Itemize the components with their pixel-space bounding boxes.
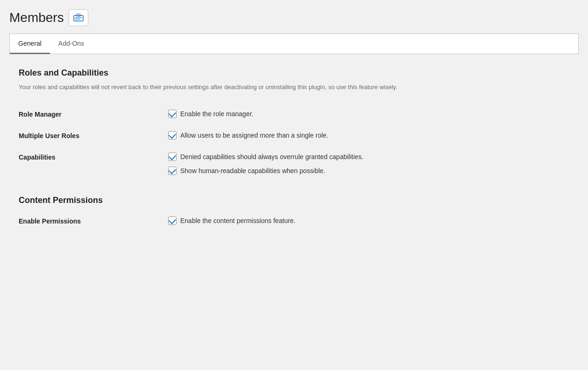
setting-multiple-user-roles: Multiple User Roles Allow users to be as… <box>19 125 569 146</box>
setting-label-enable-permissions: Enable Permissions <box>19 216 168 225</box>
setting-label-capabilities: Capabilities <box>19 153 168 161</box>
checkbox-enable-role-manager[interactable] <box>168 110 177 118</box>
checkbox-row-multiple-user-roles: Allow users to be assigned more than a s… <box>168 131 569 140</box>
checkbox-row-enable-permissions: Enable the content permissions feature. <box>168 216 569 225</box>
checkbox-capabilities-overrule[interactable] <box>168 153 177 161</box>
page-header: Members <box>9 9 579 26</box>
setting-enable-permissions: Enable Permissions Enable the content pe… <box>19 210 569 231</box>
setting-role-manager: Role Manager Enable the role manager. <box>19 103 569 125</box>
setting-label-role-manager: Role Manager <box>19 110 168 118</box>
plugin-icon <box>69 9 88 26</box>
checkbox-multiple-user-roles[interactable] <box>168 131 177 140</box>
section-description-roles: Your roles and capabilities will not rev… <box>19 83 569 92</box>
checkbox-row-role-manager: Enable the role manager. <box>168 110 569 118</box>
setting-control-capabilities: Denied capabilities should always overru… <box>168 153 569 175</box>
tab-addons[interactable]: Add-Ons <box>50 34 92 54</box>
checkbox-enable-permissions[interactable] <box>168 216 177 225</box>
setting-capabilities: Capabilities Denied capabilities should … <box>19 146 569 182</box>
section-title-roles: Roles and Capabilities <box>19 68 569 78</box>
checkbox-label-enable-permissions: Enable the content permissions feature. <box>180 217 296 224</box>
main-content: Roles and Capabilities Your roles and ca… <box>9 54 579 255</box>
checkbox-capabilities-human-readable[interactable] <box>168 167 177 175</box>
page-title: Members <box>9 10 64 25</box>
checkbox-label-role-manager: Enable the role manager. <box>180 110 253 118</box>
setting-label-multiple-user-roles: Multiple User Roles <box>19 131 168 140</box>
tab-general[interactable]: General <box>10 34 50 54</box>
checkbox-label-multiple-user-roles: Allow users to be assigned more than a s… <box>180 132 328 139</box>
checkbox-row-capabilities-overrule: Denied capabilities should always overru… <box>168 153 569 161</box>
tabs-container: General Add-Ons <box>9 34 579 54</box>
checkbox-label-capabilities-overrule: Denied capabilities should always overru… <box>180 153 363 161</box>
setting-control-enable-permissions: Enable the content permissions feature. <box>168 216 569 225</box>
checkbox-label-capabilities-human-readable: Show human-readable capabilities when po… <box>180 167 326 175</box>
checkbox-row-capabilities-human-readable: Show human-readable capabilities when po… <box>168 167 569 175</box>
section-content-permissions: Content Permissions Enable Permissions E… <box>19 195 569 231</box>
section-title-content-permissions: Content Permissions <box>19 195 569 205</box>
setting-control-role-manager: Enable the role manager. <box>168 110 569 118</box>
section-roles-capabilities: Roles and Capabilities Your roles and ca… <box>19 68 569 182</box>
setting-control-multiple-user-roles: Allow users to be assigned more than a s… <box>168 131 569 140</box>
tabs-nav: General Add-Ons <box>10 34 578 54</box>
